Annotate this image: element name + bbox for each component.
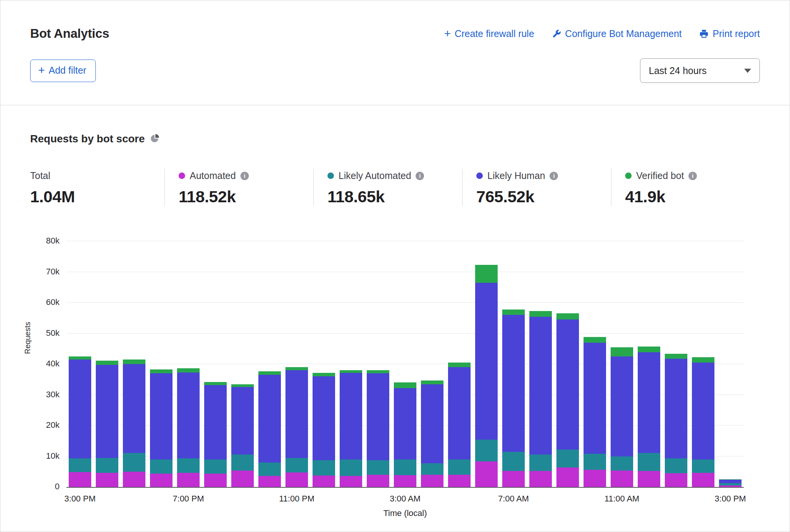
bot-analytics-page: Bot Analytics Create firewall rule Confi…	[0, 0, 790, 532]
bar-segment	[313, 460, 335, 476]
bar	[121, 241, 148, 487]
info-icon[interactable]	[550, 172, 558, 180]
info-icon[interactable]	[416, 172, 424, 180]
print-report-link[interactable]: Print report	[699, 28, 760, 39]
y-tick-label: 10k	[26, 451, 60, 461]
pie-chart-icon	[150, 133, 160, 145]
info-icon[interactable]	[240, 172, 249, 180]
bar-segment	[421, 384, 443, 463]
x-tick-label: 7:00 PM	[173, 494, 204, 504]
bar-segment	[285, 458, 308, 472]
y-tick-label: 30k	[26, 390, 60, 400]
y-tick-label: 0	[26, 482, 60, 492]
bar-segment	[96, 361, 118, 365]
bar-segment	[96, 365, 118, 458]
stat-label: Total	[30, 170, 50, 181]
bar-segment	[69, 356, 91, 360]
bar-segment	[258, 375, 281, 462]
plus-icon	[38, 64, 45, 76]
bar-segment	[69, 472, 91, 487]
topbar: Bot Analytics Create firewall rule Confi…	[0, 0, 790, 105]
bar-segment	[556, 319, 579, 450]
y-tick-label: 20k	[26, 420, 60, 430]
bar-segment	[584, 454, 606, 470]
y-tick-label: 80k	[26, 236, 60, 246]
bar-segment	[448, 363, 470, 367]
bar-segment	[665, 359, 687, 458]
add-filter-button[interactable]: Add filter	[30, 60, 96, 82]
bar-segment	[692, 363, 714, 459]
bar	[419, 241, 446, 487]
bar	[202, 241, 229, 487]
bar	[148, 241, 175, 487]
bar	[310, 241, 337, 487]
bar-segment	[529, 317, 551, 455]
bar-segment	[475, 265, 497, 283]
printer-icon	[699, 29, 709, 39]
y-tick-label: 70k	[26, 267, 60, 277]
bar-segment	[367, 475, 389, 487]
chevron-down-icon	[744, 69, 751, 73]
bar	[66, 241, 94, 487]
bars	[66, 241, 744, 487]
x-ticks: 3:00 PM7:00 PM11:00 PM3:00 AM7:00 AM11:0…	[66, 488, 744, 505]
time-range-value: Last 24 hours	[649, 65, 707, 76]
configure-bot-management-link[interactable]: Configure Bot Management	[552, 28, 682, 39]
bar-segment	[611, 356, 633, 456]
stat-value: 118.52k	[179, 187, 313, 206]
bar	[717, 241, 744, 487]
bar-segment	[665, 458, 687, 473]
bar-segment	[638, 352, 660, 453]
stat-value: 41.9k	[625, 187, 760, 206]
bar-segment	[177, 458, 199, 473]
y-tick-label: 60k	[26, 297, 60, 307]
section-title: Requests by bot score	[30, 133, 145, 145]
bar	[473, 241, 500, 487]
stat-likely-automated: Likely Automated 118.65k	[313, 169, 462, 206]
x-axis-title: Time (local)	[383, 508, 427, 518]
bar	[337, 241, 364, 487]
stat-total: Total 1.04M	[30, 169, 164, 206]
info-icon[interactable]	[688, 172, 697, 180]
bar-segment	[177, 473, 199, 487]
bar	[446, 241, 473, 487]
bar	[175, 241, 202, 487]
stat-value: 118.65k	[327, 187, 462, 206]
bar-segment	[529, 311, 551, 317]
bar-segment	[475, 461, 497, 487]
bar-segment	[448, 367, 470, 459]
create-firewall-rule-link[interactable]: Create firewall rule	[444, 28, 534, 39]
bar-segment	[448, 475, 470, 487]
bar-segment	[638, 471, 660, 487]
time-range-select[interactable]: Last 24 hours	[640, 58, 760, 83]
bar	[554, 241, 581, 487]
bar-segment	[502, 315, 524, 452]
bar-segment	[448, 459, 470, 475]
header-actions: Create firewall rule Configure Bot Manag…	[444, 28, 760, 39]
bar	[283, 241, 310, 487]
bar-segment	[150, 373, 172, 459]
bar-segment	[367, 460, 389, 475]
bar-segment	[69, 360, 91, 458]
stat-label: Automated	[190, 170, 236, 181]
stat-label: Likely Human	[487, 170, 545, 181]
bar-segment	[665, 354, 687, 359]
bar-segment	[611, 347, 633, 356]
bar	[500, 241, 527, 487]
page-title: Bot Analytics	[30, 26, 109, 41]
bar-segment	[96, 473, 118, 487]
wrench-icon	[552, 29, 561, 39]
automated-dot	[179, 172, 185, 179]
stat-value: 765.52k	[476, 187, 611, 206]
stats-row: Total 1.04M Automated 118.52k Likely Aut…	[30, 169, 760, 206]
x-tick-label: 3:00 PM	[64, 494, 96, 504]
bar-segment	[638, 347, 660, 352]
bar-segment	[340, 476, 362, 487]
bar	[392, 241, 419, 487]
bar-segment	[285, 370, 308, 458]
requests-by-bot-score-section: Requests by bot score Total 1.04M Automa…	[0, 133, 790, 518]
bar-segment	[556, 468, 579, 487]
bar-segment	[556, 450, 579, 468]
bar-segment	[611, 471, 633, 487]
bar-segment	[231, 384, 253, 387]
